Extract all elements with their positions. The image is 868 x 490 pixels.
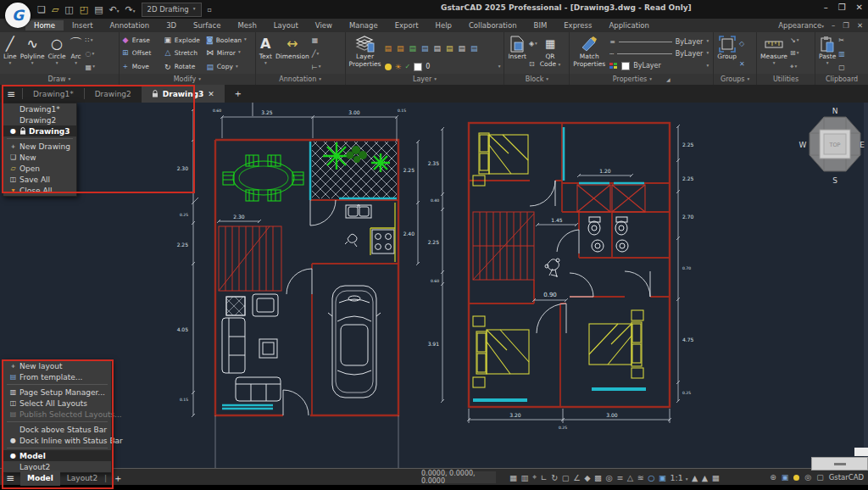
new-file-icon[interactable]: ❏ xyxy=(37,4,46,15)
menu-item-drawing2[interactable]: Drawing2 xyxy=(3,114,76,125)
insert-block-button[interactable]: Insert xyxy=(506,34,528,74)
object-tracking-icon[interactable]: ◆ xyxy=(584,473,590,482)
stretch-button[interactable]: △Stretch xyxy=(164,48,204,57)
hatch-display-icon[interactable]: ▩ xyxy=(594,473,602,482)
ribbon-tab-manage[interactable]: Manage xyxy=(341,20,387,31)
ribbon-tab-layout[interactable]: Layout xyxy=(265,20,307,31)
command-tray-handle[interactable] xyxy=(854,448,868,456)
snap-toggle-icon[interactable]: ▥ xyxy=(520,473,528,482)
save-icon[interactable]: ◫ xyxy=(64,4,73,15)
cut-icon[interactable]: ✂ xyxy=(838,36,845,44)
drawing-tabs-menu-button[interactable]: ≡ xyxy=(0,85,22,103)
tab-drawing2[interactable]: Drawing2 xyxy=(85,85,142,103)
group-button[interactable]: Group xyxy=(715,34,738,74)
menu-item-drawing3[interactable]: ● Drawing3 xyxy=(3,125,76,136)
copy-base-icon[interactable]: ▢ xyxy=(838,64,845,71)
toolbar-options-icon[interactable]: ▫ xyxy=(208,6,212,14)
id-point-icon[interactable]: ⌖▾ xyxy=(790,63,798,71)
erase-button[interactable]: ◆Erase xyxy=(121,36,162,44)
dynamic-input-icon[interactable]: ⌖ xyxy=(532,472,537,482)
color-dropdown[interactable]: ByLayer ▾ xyxy=(609,62,709,70)
layout-tab-layout2[interactable]: Layout2 xyxy=(60,471,104,486)
new-tab-button[interactable]: ＋ xyxy=(225,85,252,103)
ribbon-tab-annotation[interactable]: Annotation xyxy=(102,20,159,31)
workspace-switcher[interactable]: 2D Drafting ▾ xyxy=(142,3,202,17)
layer-on-icon[interactable]: ▤ xyxy=(409,44,417,53)
view-cube[interactable]: TOP N S W E xyxy=(799,107,865,185)
panel-label-modify[interactable]: Modify▾ xyxy=(120,74,255,85)
dimension-button[interactable]: ↔Dimension xyxy=(274,34,311,74)
paste-button[interactable]: Paste▾ xyxy=(817,34,837,74)
move-button[interactable]: ＋Move xyxy=(121,61,162,72)
text-button[interactable]: AText▾ xyxy=(258,34,274,74)
polyline-button[interactable]: ∿Polyline▾ xyxy=(19,34,47,74)
panel-label-clipboard[interactable]: Clipboard xyxy=(815,74,868,85)
close-button[interactable]: ✕ xyxy=(856,3,863,12)
leader-tool-button[interactable]: ╱▾ xyxy=(312,50,321,58)
workspace-grid-icon[interactable]: ▦ xyxy=(712,473,720,482)
menu-item-drawing1[interactable]: Drawing1* xyxy=(3,103,76,114)
polar-tracking-icon[interactable]: ↻ xyxy=(551,473,558,482)
calculator-icon[interactable]: ⊞▾ xyxy=(790,49,798,57)
ribbon-tab-bim[interactable]: BIM xyxy=(526,20,556,31)
app-logo[interactable]: G xyxy=(5,3,31,28)
open-file-icon[interactable]: ▱ xyxy=(52,4,58,15)
point-tools-button[interactable]: ∷▾ xyxy=(86,36,95,44)
save-as-icon[interactable]: ◰ xyxy=(80,4,88,15)
menu-item-new-layout[interactable]: ＋New layout xyxy=(3,360,111,371)
layer-sun-icon[interactable]: ☀ xyxy=(395,63,402,71)
appearance-menu[interactable]: Appearance▾ xyxy=(778,21,824,30)
block-edit-icon[interactable]: ◈▾ xyxy=(529,40,537,47)
ribbon-tab-insert[interactable]: Insert xyxy=(64,20,101,31)
copy-button[interactable]: ▤Copy▾ xyxy=(206,63,247,71)
zoom-tool-icon[interactable]: ○ xyxy=(648,473,654,482)
viewcube-east[interactable]: E xyxy=(860,141,865,149)
viewcube-north[interactable]: N xyxy=(832,107,838,115)
model-paper-toggle-icon[interactable]: ▣ xyxy=(659,473,666,482)
panel-label-annotation[interactable]: Annotation▾ xyxy=(256,74,345,85)
rotate-button[interactable]: ↻Rotate xyxy=(164,63,204,71)
measure-button[interactable]: Measure▾ xyxy=(759,34,789,74)
mirror-button[interactable]: ⋈Mirror▾ xyxy=(206,48,247,57)
undo-icon[interactable]: ↶▾ xyxy=(109,4,120,15)
isolate-objects-icon[interactable]: ◎ xyxy=(804,473,811,482)
menu-item-new-drawing[interactable]: ＋New Drawing xyxy=(3,141,76,152)
cloud-sync-icon[interactable]: ▣ xyxy=(782,473,789,482)
viewcube-west[interactable]: W xyxy=(799,141,807,149)
menu-item-new[interactable]: ❏New xyxy=(3,152,76,163)
transparency-icon[interactable]: △ xyxy=(627,473,633,482)
canvas-scrollbar[interactable] xyxy=(864,103,868,468)
tab-drawing1[interactable]: Drawing1* xyxy=(23,85,84,103)
layer-properties-button[interactable]: LayerProperties xyxy=(348,34,383,73)
block-attach-icon[interactable]: ⊡ xyxy=(529,60,537,68)
auto-annotation-icon[interactable]: ▲ xyxy=(702,473,708,482)
qr-code-button[interactable]: ▦ QRCode ▾ xyxy=(538,34,562,74)
ellipse-tools-button[interactable]: ◌▾ xyxy=(86,50,95,58)
restore-button[interactable]: ❐ xyxy=(838,3,846,12)
copy-clip-icon[interactable]: ▥ xyxy=(838,50,845,58)
menu-item-page-setup[interactable]: ▥Page Setup Manager... xyxy=(3,387,111,398)
menu-item-model[interactable]: ●Model xyxy=(3,450,111,461)
offset-button[interactable]: ⊞Offset xyxy=(121,48,162,57)
annotation-visibility-icon[interactable]: ▲ xyxy=(692,473,698,482)
layer-dropdown[interactable]: ☀ ✓ 0 ▾ xyxy=(385,61,501,72)
ribbon-tab-collaboration[interactable]: Collaboration xyxy=(460,20,526,31)
layer-isolate-icon[interactable]: ▤ xyxy=(397,44,404,53)
close-tab-icon[interactable]: ✕ xyxy=(208,90,214,98)
ribbon-tab-express[interactable]: Express xyxy=(555,20,600,31)
ribbon-tab-surface[interactable]: Surface xyxy=(185,20,229,31)
quick-select-icon[interactable]: ↘▾ xyxy=(790,36,798,44)
grid-toggle-icon[interactable]: ▦ xyxy=(509,473,517,482)
panel-label-utilities[interactable]: Utilities xyxy=(757,74,815,85)
panel-label-groups[interactable]: Groups▾ xyxy=(714,74,756,85)
layer-freeze-icon[interactable]: ▤ xyxy=(421,44,429,53)
hatch-tools-button[interactable]: ▦▾ xyxy=(86,64,95,71)
collapsed-command-bar[interactable] xyxy=(811,457,868,471)
doc-restore-button[interactable]: ❐ xyxy=(843,21,849,30)
explode-button[interactable]: ▣Explode xyxy=(164,36,204,44)
panel-label-draw[interactable]: Draw▾ xyxy=(0,74,119,85)
menu-item-dock-inline[interactable]: ●Dock Inline with Status Bar xyxy=(3,435,111,446)
line-button[interactable]: ╱Line▾ xyxy=(2,34,19,74)
ribbon-tab-application[interactable]: Application xyxy=(600,20,658,31)
settings-gear-icon[interactable]: ⊛ xyxy=(770,473,776,482)
